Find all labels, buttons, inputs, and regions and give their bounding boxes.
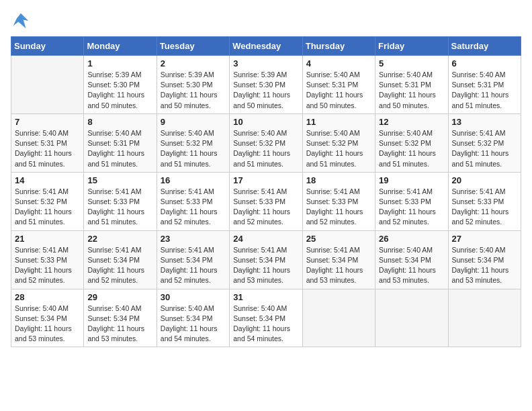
- day-info: Sunrise: 5:40 AM Sunset: 5:32 PM Dayligh…: [379, 128, 444, 169]
- day-info: Sunrise: 5:40 AM Sunset: 5:34 PM Dayligh…: [233, 304, 298, 345]
- day-number: 22: [87, 234, 152, 244]
- day-info: Sunrise: 5:39 AM Sunset: 5:30 PM Dayligh…: [161, 70, 226, 111]
- day-info: Sunrise: 5:39 AM Sunset: 5:30 PM Dayligh…: [233, 70, 298, 111]
- week-row-1: 1Sunrise: 5:39 AM Sunset: 5:30 PM Daylig…: [11, 56, 521, 114]
- day-number: 21: [15, 234, 80, 244]
- day-cell: 14Sunrise: 5:41 AM Sunset: 5:32 PM Dayli…: [11, 172, 84, 230]
- week-row-3: 14Sunrise: 5:41 AM Sunset: 5:32 PM Dayli…: [11, 172, 521, 230]
- day-number: 20: [452, 175, 517, 185]
- day-cell: 13Sunrise: 5:41 AM Sunset: 5:32 PM Dayli…: [448, 113, 521, 172]
- week-row-5: 28Sunrise: 5:40 AM Sunset: 5:34 PM Dayli…: [11, 289, 521, 347]
- weekday-header-thursday: Thursday: [302, 37, 375, 56]
- calendar-body: 1Sunrise: 5:39 AM Sunset: 5:30 PM Daylig…: [11, 56, 521, 347]
- day-cell: 5Sunrise: 5:40 AM Sunset: 5:31 PM Daylig…: [375, 56, 448, 114]
- day-number: 15: [87, 175, 152, 185]
- day-cell: 2Sunrise: 5:39 AM Sunset: 5:30 PM Daylig…: [157, 56, 229, 114]
- weekday-header-saturday: Saturday: [448, 37, 521, 56]
- day-number: 6: [452, 58, 517, 68]
- day-number: 30: [161, 292, 226, 302]
- day-number: 31: [233, 292, 298, 302]
- day-info: Sunrise: 5:41 AM Sunset: 5:33 PM Dayligh…: [87, 187, 152, 228]
- day-number: 5: [379, 58, 444, 68]
- day-cell: 20Sunrise: 5:41 AM Sunset: 5:33 PM Dayli…: [448, 172, 521, 230]
- day-info: Sunrise: 5:41 AM Sunset: 5:33 PM Dayligh…: [306, 187, 371, 228]
- day-number: 10: [233, 117, 298, 127]
- day-cell: 10Sunrise: 5:40 AM Sunset: 5:32 PM Dayli…: [230, 113, 302, 172]
- day-cell: 22Sunrise: 5:41 AM Sunset: 5:34 PM Dayli…: [84, 230, 157, 289]
- day-number: 2: [161, 58, 226, 68]
- day-cell: 21Sunrise: 5:41 AM Sunset: 5:33 PM Dayli…: [11, 230, 84, 289]
- day-number: 24: [233, 234, 298, 244]
- weekday-header-friday: Friday: [375, 37, 448, 56]
- weekday-header-tuesday: Tuesday: [157, 37, 229, 56]
- weekday-header-wednesday: Wednesday: [230, 37, 302, 56]
- day-info: Sunrise: 5:40 AM Sunset: 5:31 PM Dayligh…: [306, 70, 371, 111]
- day-info: Sunrise: 5:41 AM Sunset: 5:33 PM Dayligh…: [233, 187, 298, 228]
- day-info: Sunrise: 5:40 AM Sunset: 5:34 PM Dayligh…: [87, 304, 152, 345]
- day-cell: 1Sunrise: 5:39 AM Sunset: 5:30 PM Daylig…: [84, 56, 157, 114]
- day-number: 16: [161, 175, 226, 185]
- day-info: Sunrise: 5:41 AM Sunset: 5:34 PM Dayligh…: [87, 245, 152, 286]
- day-number: 29: [87, 292, 152, 302]
- page-header: [11, 11, 521, 31]
- day-number: 28: [15, 292, 80, 302]
- day-number: 9: [161, 117, 226, 127]
- day-info: Sunrise: 5:40 AM Sunset: 5:32 PM Dayligh…: [161, 128, 226, 169]
- day-cell: 24Sunrise: 5:41 AM Sunset: 5:34 PM Dayli…: [230, 230, 302, 289]
- day-number: 14: [15, 175, 80, 185]
- day-cell: 16Sunrise: 5:41 AM Sunset: 5:33 PM Dayli…: [157, 172, 229, 230]
- day-cell: 26Sunrise: 5:40 AM Sunset: 5:34 PM Dayli…: [375, 230, 448, 289]
- day-info: Sunrise: 5:40 AM Sunset: 5:34 PM Dayligh…: [15, 304, 80, 345]
- day-info: Sunrise: 5:40 AM Sunset: 5:32 PM Dayligh…: [306, 128, 371, 169]
- day-number: 25: [306, 234, 371, 244]
- calendar-table: SundayMondayTuesdayWednesdayThursdayFrid…: [11, 36, 521, 347]
- day-cell: 11Sunrise: 5:40 AM Sunset: 5:32 PM Dayli…: [302, 113, 375, 172]
- day-info: Sunrise: 5:40 AM Sunset: 5:31 PM Dayligh…: [452, 70, 517, 111]
- day-info: Sunrise: 5:41 AM Sunset: 5:32 PM Dayligh…: [15, 187, 80, 228]
- day-info: Sunrise: 5:39 AM Sunset: 5:30 PM Dayligh…: [87, 70, 152, 111]
- day-info: Sunrise: 5:40 AM Sunset: 5:34 PM Dayligh…: [161, 304, 226, 345]
- day-number: 26: [379, 234, 444, 244]
- day-info: Sunrise: 5:41 AM Sunset: 5:32 PM Dayligh…: [452, 128, 517, 169]
- day-number: 19: [379, 175, 444, 185]
- day-cell: 29Sunrise: 5:40 AM Sunset: 5:34 PM Dayli…: [84, 289, 157, 347]
- day-number: 12: [379, 117, 444, 127]
- day-cell: 23Sunrise: 5:41 AM Sunset: 5:34 PM Dayli…: [157, 230, 229, 289]
- logo: [11, 11, 34, 31]
- day-number: 4: [306, 58, 371, 68]
- day-cell: 19Sunrise: 5:41 AM Sunset: 5:33 PM Dayli…: [375, 172, 448, 230]
- day-cell: 25Sunrise: 5:41 AM Sunset: 5:34 PM Dayli…: [302, 230, 375, 289]
- day-info: Sunrise: 5:41 AM Sunset: 5:33 PM Dayligh…: [452, 187, 517, 228]
- day-number: 17: [233, 175, 298, 185]
- day-cell: 9Sunrise: 5:40 AM Sunset: 5:32 PM Daylig…: [157, 113, 229, 172]
- day-info: Sunrise: 5:41 AM Sunset: 5:33 PM Dayligh…: [161, 187, 226, 228]
- day-cell: 3Sunrise: 5:39 AM Sunset: 5:30 PM Daylig…: [230, 56, 302, 114]
- day-cell: 4Sunrise: 5:40 AM Sunset: 5:31 PM Daylig…: [302, 56, 375, 114]
- day-info: Sunrise: 5:41 AM Sunset: 5:33 PM Dayligh…: [15, 245, 80, 286]
- day-info: Sunrise: 5:41 AM Sunset: 5:34 PM Dayligh…: [306, 245, 371, 286]
- day-info: Sunrise: 5:41 AM Sunset: 5:34 PM Dayligh…: [161, 245, 226, 286]
- logo-icon: [11, 11, 31, 31]
- day-cell: 7Sunrise: 5:40 AM Sunset: 5:31 PM Daylig…: [11, 113, 84, 172]
- day-number: 11: [306, 117, 371, 127]
- day-cell: 15Sunrise: 5:41 AM Sunset: 5:33 PM Dayli…: [84, 172, 157, 230]
- day-cell: [302, 289, 375, 347]
- day-info: Sunrise: 5:40 AM Sunset: 5:34 PM Dayligh…: [452, 245, 517, 286]
- day-cell: [375, 289, 448, 347]
- day-info: Sunrise: 5:40 AM Sunset: 5:31 PM Dayligh…: [87, 128, 152, 169]
- day-cell: 12Sunrise: 5:40 AM Sunset: 5:32 PM Dayli…: [375, 113, 448, 172]
- day-number: 8: [87, 117, 152, 127]
- day-number: 13: [452, 117, 517, 127]
- day-cell: 18Sunrise: 5:41 AM Sunset: 5:33 PM Dayli…: [302, 172, 375, 230]
- day-info: Sunrise: 5:40 AM Sunset: 5:31 PM Dayligh…: [15, 128, 80, 169]
- weekday-row: SundayMondayTuesdayWednesdayThursdayFrid…: [11, 37, 521, 56]
- day-cell: [11, 56, 84, 114]
- day-cell: [448, 289, 521, 347]
- day-number: 1: [87, 58, 152, 68]
- day-info: Sunrise: 5:40 AM Sunset: 5:34 PM Dayligh…: [379, 245, 444, 286]
- day-cell: 31Sunrise: 5:40 AM Sunset: 5:34 PM Dayli…: [230, 289, 302, 347]
- day-number: 3: [233, 58, 298, 68]
- week-row-4: 21Sunrise: 5:41 AM Sunset: 5:33 PM Dayli…: [11, 230, 521, 289]
- day-cell: 8Sunrise: 5:40 AM Sunset: 5:31 PM Daylig…: [84, 113, 157, 172]
- day-cell: 17Sunrise: 5:41 AM Sunset: 5:33 PM Dayli…: [230, 172, 302, 230]
